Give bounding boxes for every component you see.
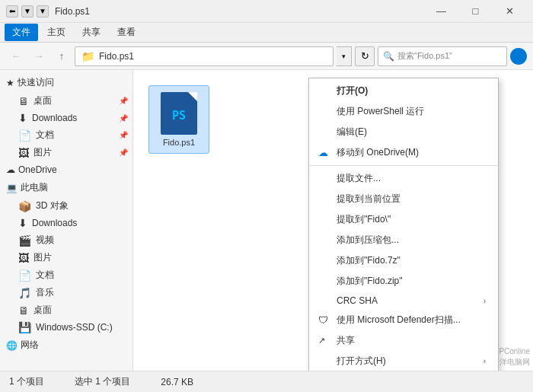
search-placeholder: 搜索"Fido.ps1": [397, 50, 452, 62]
search-bar[interactable]: 🔍 搜索"Fido.ps1": [378, 46, 507, 66]
ctx-extract-fido[interactable]: 提取到"Fido\": [309, 209, 498, 230]
sidebar-item-label: 文档: [36, 129, 54, 142]
ctx-add-archive[interactable]: 添加到压缩包...: [309, 230, 498, 250]
ps1-label: PS: [172, 109, 186, 123]
document-icon: 📄: [18, 129, 31, 142]
sidebar-item-label: 桌面: [34, 94, 52, 107]
sidebar-item-downloads1[interactable]: ⬇ Downloads 📌: [0, 110, 132, 126]
ctx-extract-here[interactable]: 提取到当前位置: [309, 189, 498, 209]
close-button[interactable]: ✕: [493, 0, 527, 23]
network-label: 网络: [21, 339, 39, 352]
forward-button[interactable]: →: [29, 46, 49, 66]
address-text: Fido.ps1: [99, 51, 134, 62]
ctx-onedrive[interactable]: ☁ 移动到 OneDrive(M): [309, 142, 498, 163]
up-button[interactable]: ↑: [52, 46, 72, 66]
ctx-openwith-arrow: ›: [484, 357, 486, 365]
sidebar-item-label: 3D 对象: [36, 199, 69, 212]
sidebar-onedrive-header[interactable]: ☁ OneDrive: [0, 161, 132, 178]
minimize-button[interactable]: —: [424, 0, 458, 23]
sidebar-item-desktop1[interactable]: 🖥 桌面 📌: [0, 92, 132, 110]
quick-access-icon2[interactable]: ▼: [21, 5, 34, 18]
toolbar: ← → ↑ 📁 Fido.ps1 ▾ ↻ 🔍 搜索"Fido.ps1": [0, 43, 533, 70]
sidebar-computer-header[interactable]: 💻 此电脑: [0, 178, 132, 197]
help-button[interactable]: [510, 48, 527, 65]
address-dropdown[interactable]: ▾: [337, 46, 352, 66]
quick-access-toolbar: ⬅ ▼ ▼: [6, 5, 49, 18]
refresh-button[interactable]: ↻: [355, 46, 375, 66]
ctx-open-with[interactable]: 打开方式(H) ›: [309, 351, 498, 371]
sidebar-item-pictures1[interactable]: 🖼 图片 📌: [0, 144, 132, 161]
sidebar-item-desktop2[interactable]: 🖥 桌面: [0, 301, 132, 319]
status-count: 1 个项目: [9, 375, 44, 388]
pictures-icon: 🖼: [18, 147, 29, 159]
sidebar-item-videos[interactable]: 🎬 视频: [0, 231, 132, 249]
sidebar-item-label: 桌面: [34, 304, 52, 317]
onedrive-icon: ☁: [6, 164, 15, 175]
sidebar-item-pictures2[interactable]: 🖼 图片: [0, 249, 132, 266]
back-button[interactable]: ←: [6, 46, 26, 66]
ctx-defender[interactable]: 🛡 使用 Microsoft Defender扫描...: [309, 310, 498, 330]
content-area[interactable]: PS Fido.ps1 打开(O) 使用 PowerShell 运行 编辑(E)…: [133, 70, 533, 371]
maximize-button[interactable]: □: [458, 0, 493, 23]
address-bar[interactable]: 📁 Fido.ps1: [75, 46, 334, 66]
ctx-crc-label: CRC SHA: [337, 295, 477, 306]
pin-icon: 📌: [119, 97, 128, 105]
ctx-add-7z[interactable]: 添加到"Fido.7z": [309, 250, 498, 271]
main-layout: ★ 快速访问 🖥 桌面 📌 ⬇ Downloads 📌 📄 文档 📌 🖼 图片 …: [0, 70, 533, 371]
ctx-share-icon: ↗: [318, 336, 330, 346]
computer-icon: 💻: [6, 183, 18, 193]
ctx-add-zip[interactable]: 添加到"Fido.zip": [309, 271, 498, 292]
computer-label: 此电脑: [21, 181, 48, 194]
sidebar-item-3dobjects[interactable]: 📦 3D 对象: [0, 197, 132, 215]
folder-icon: 📁: [81, 50, 94, 62]
ctx-open[interactable]: 打开(O): [309, 81, 498, 101]
ctx-extract-fido-label: 提取到"Fido\": [337, 213, 486, 226]
sidebar-item-docs2[interactable]: 📄 文档: [0, 266, 132, 284]
menu-file[interactable]: 文件: [5, 24, 38, 41]
ps1-file-icon: PS: [161, 92, 197, 135]
sidebar-item-label: 视频: [36, 234, 54, 247]
status-size: 26.7 KB: [161, 377, 193, 387]
ctx-edit[interactable]: 编辑(E): [309, 122, 498, 142]
file-item-fido[interactable]: PS Fido.ps1: [148, 85, 209, 154]
sidebar-item-label: 文档: [36, 269, 54, 282]
ctx-zip-label: 添加到"Fido.zip": [337, 275, 486, 288]
menu-view[interactable]: 查看: [110, 24, 143, 41]
music-icon: 🎵: [18, 287, 31, 299]
ctx-sep1: [309, 165, 498, 166]
pin-icon: 📌: [119, 148, 128, 157]
quick-access-icon3[interactable]: ▼: [37, 5, 49, 18]
ctx-7z-label: 添加到"Fido.7z": [337, 254, 486, 267]
sidebar-item-label: Windows-SSD (C:): [36, 322, 113, 333]
menu-bar: 文件 主页 共享 查看: [0, 23, 533, 43]
sidebar-item-music[interactable]: 🎵 音乐: [0, 284, 132, 301]
quick-access-icon1[interactable]: ⬅: [6, 5, 18, 18]
ctx-share-label: 共享: [337, 334, 486, 347]
menu-share[interactable]: 共享: [75, 24, 108, 41]
onedrive-label: OneDrive: [18, 164, 57, 175]
ctx-edit-label: 编辑(E): [337, 126, 486, 139]
ctx-cloud-icon: ☁: [318, 147, 330, 158]
pin-icon: 📌: [119, 131, 128, 139]
ctx-defender-label: 使用 Microsoft Defender扫描...: [337, 314, 486, 327]
sidebar-item-drive[interactable]: 💾 Windows-SSD (C:): [0, 319, 132, 336]
sidebar-item-docs1[interactable]: 📄 文档 📌: [0, 126, 132, 144]
ctx-powershell[interactable]: 使用 PowerShell 运行: [309, 101, 498, 122]
ctx-archive-label: 添加到压缩包...: [337, 234, 486, 247]
menu-home[interactable]: 主页: [40, 24, 73, 41]
ctx-crcsha[interactable]: CRC SHA ›: [309, 292, 498, 310]
ctx-openwith-label: 打开方式(H): [337, 355, 477, 368]
network-icon: 🌐: [6, 340, 18, 351]
status-selected: 选中 1 个项目: [75, 375, 130, 388]
ctx-onedrive-label: 移动到 OneDrive(M): [337, 146, 486, 159]
sidebar-item-downloads2[interactable]: ⬇ Downloads: [0, 215, 132, 231]
window-title: Fido.ps1: [55, 6, 424, 17]
ctx-extract-file[interactable]: 提取文件...: [309, 168, 498, 189]
context-menu: 打开(O) 使用 PowerShell 运行 编辑(E) ☁ 移动到 OneDr…: [308, 78, 499, 371]
sidebar-network-header[interactable]: 🌐 网络: [0, 336, 132, 355]
download-icon: ⬇: [18, 112, 27, 124]
ctx-share[interactable]: ↗ 共享: [309, 330, 498, 351]
star-icon: ★: [6, 78, 14, 88]
sidebar-quickaccess-header[interactable]: ★ 快速访问: [0, 73, 132, 92]
drive-icon: 💾: [18, 321, 31, 333]
